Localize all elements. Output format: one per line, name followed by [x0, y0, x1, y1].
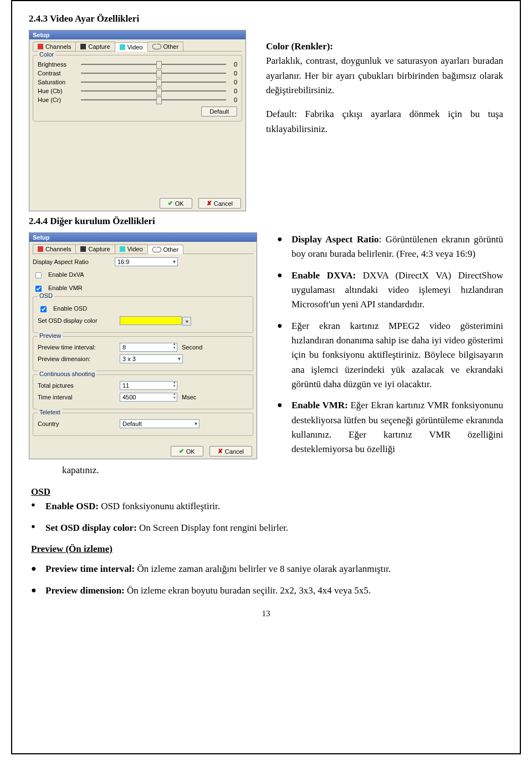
tab-capture[interactable]: Capture [75, 244, 115, 253]
section-heading-other: 2.4.4 Diğer kurulum Özellikleri [29, 216, 503, 227]
list-item: Enable OSD: OSD fonksiyonunu aktifleştir… [31, 499, 503, 514]
group-title: Continuous shooting [38, 371, 96, 377]
ok-button[interactable]: ✔OK [160, 198, 192, 209]
list-item: Enable VMR: Eğer Ekran kartınız VMR fonk… [277, 398, 503, 456]
tab-video[interactable]: Video [115, 42, 148, 52]
dialog-title: Setup [29, 31, 245, 39]
preview-time-unit: Second [182, 344, 202, 351]
osd-color-combo[interactable] [120, 316, 182, 325]
total-pictures-spinner[interactable]: 11 [120, 381, 177, 390]
tab-strip: Channels Capture Video Other [33, 42, 242, 52]
total-pictures-label: Total pictures [38, 382, 115, 389]
enable-osd-checkbox[interactable] [40, 306, 47, 312]
channels-icon [38, 44, 43, 49]
capture-icon [80, 44, 86, 49]
setup-dialog-video: Setup Channels Capture Video Other Color… [29, 30, 246, 211]
check-icon: ✔ [179, 448, 184, 455]
enable-dxva-label: Enable DxVA [48, 271, 84, 278]
preview-heading: Preview (Ön izleme) [31, 542, 503, 556]
hue-cb-label: Hue (Cb) [38, 88, 78, 94]
tab-label: Video [127, 44, 143, 50]
close-icon: ✘ [207, 200, 212, 207]
hue-cr-label: Hue (Cr) [38, 97, 78, 103]
country-combo[interactable]: Default [120, 419, 200, 428]
paragraph: Default: Fabrika çıkışı ayarlara dönmek … [266, 107, 503, 136]
continuous-shooting-group: Continuous shooting Total pictures11 Tim… [33, 374, 253, 409]
close-icon: ✘ [218, 448, 223, 455]
tab-video[interactable]: Video [115, 244, 148, 253]
hue-cr-slider[interactable] [81, 99, 226, 100]
brightness-slider[interactable] [81, 64, 226, 65]
preview-time-spinner[interactable]: 8 [120, 343, 177, 352]
enable-vmr-heading: Enable VMR: [291, 400, 348, 410]
time-interval-spinner[interactable]: 4500 [120, 393, 177, 402]
enable-vmr-label: Enable VMR [48, 285, 83, 291]
section-heading-video: 2.4.3 Video Ayar Özellikleri [29, 13, 503, 24]
osd-bullet-list: Enable OSD: OSD fonksiyonunu aktifleştir… [31, 499, 503, 535]
country-label: Country [38, 420, 115, 427]
group-title: Teletext [38, 409, 62, 415]
preview-bullet-list: Preview time interval: Ön izleme zaman a… [31, 562, 503, 598]
tab-label: Channels [45, 43, 71, 50]
setup-dialog-other: Setup Channels Capture Video Other Displ… [29, 232, 257, 459]
saturation-label: Saturation [38, 79, 78, 85]
group-title: Color [38, 51, 55, 58]
list-item: Display Aspect Ratio: Görüntülenen ekran… [277, 232, 503, 262]
enable-vmr-checkbox[interactable] [35, 286, 42, 292]
kapatiniz-text: kapatınız. [62, 465, 503, 476]
tab-capture[interactable]: Capture [75, 42, 115, 51]
group-title: Preview [38, 332, 63, 339]
tab-channels[interactable]: Channels [33, 42, 76, 51]
paragraph-body: Parlaklık, contrast, doygunluk ve satura… [266, 55, 503, 95]
contrast-slider[interactable] [81, 73, 226, 74]
contrast-value: 0 [229, 70, 237, 77]
preview-dim-combo[interactable]: 3 x 3 [120, 354, 183, 363]
feature-bullet-list: Display Aspect Ratio: Görüntülenen ekran… [277, 232, 503, 457]
cancel-button[interactable]: ✘Cancel [209, 446, 252, 456]
check-icon: ✔ [168, 200, 173, 207]
video-icon [120, 44, 125, 50]
dialog-title: Setup [29, 233, 257, 242]
osd-heading: OSD [31, 485, 503, 499]
brightness-label: Brightness [38, 61, 78, 68]
hue-cr-value: 0 [229, 97, 237, 103]
osd-group: OSD Enable OSD Set OSD display color [33, 296, 253, 333]
saturation-value: 0 [229, 79, 237, 85]
capture-icon [80, 246, 86, 252]
teletext-group: Teletext CountryDefault [33, 413, 253, 436]
list-item: Enable DXVA: DXVA (DirectX VA) DirectSho… [277, 268, 503, 312]
enable-dxva-checkbox[interactable] [35, 272, 42, 278]
time-interval-unit: Msec [182, 394, 196, 400]
other-icon [152, 44, 161, 49]
aspect-ratio-label: Display Aspect Ratio [33, 258, 110, 265]
contrast-label: Contrast [38, 70, 78, 77]
cancel-button[interactable]: ✘Cancel [198, 198, 241, 209]
tab-other[interactable]: Other [147, 245, 184, 254]
enable-dxva-heading: Enable DXVA: [291, 270, 356, 281]
default-button[interactable]: Default [201, 106, 237, 116]
osd-color-label: Set OSD display color [38, 317, 115, 324]
video-icon [120, 246, 125, 252]
list-item: Eğer ekran kartınız MPEG2 video gösterim… [277, 319, 503, 392]
enable-osd-label: Enable OSD [53, 305, 87, 312]
aspect-ratio-heading: Display Aspect Ratio [291, 234, 379, 245]
aspect-ratio-combo[interactable]: 16:9 [115, 257, 178, 266]
color-group: Color Brightness0 Contrast0 Saturation0 … [33, 55, 242, 121]
color-heading: Color (Renkler): [266, 41, 333, 52]
tab-other[interactable]: Other [147, 42, 184, 51]
saturation-slider[interactable] [81, 82, 226, 83]
preview-group: Preview Preview time interval:8 Second P… [33, 336, 253, 371]
list-item: Preview time interval: Ön izleme zaman a… [31, 562, 503, 576]
channels-icon [38, 246, 43, 252]
tab-channels[interactable]: Channels [33, 244, 76, 253]
tab-label: Capture [88, 43, 110, 50]
tab-label: Other [163, 43, 179, 50]
preview-dim-label: Preview dimension: [38, 356, 115, 362]
tab-strip: Channels Capture Video Other [33, 244, 253, 254]
ok-button[interactable]: ✔OK [171, 446, 203, 456]
hue-cb-slider[interactable] [81, 90, 226, 92]
brightness-value: 0 [229, 61, 237, 68]
paragraph: Color (Renkler): Parlaklık, contrast, do… [266, 39, 503, 98]
hue-cb-value: 0 [229, 88, 237, 94]
list-item: Set OSD display color: On Screen Display… [31, 521, 503, 535]
